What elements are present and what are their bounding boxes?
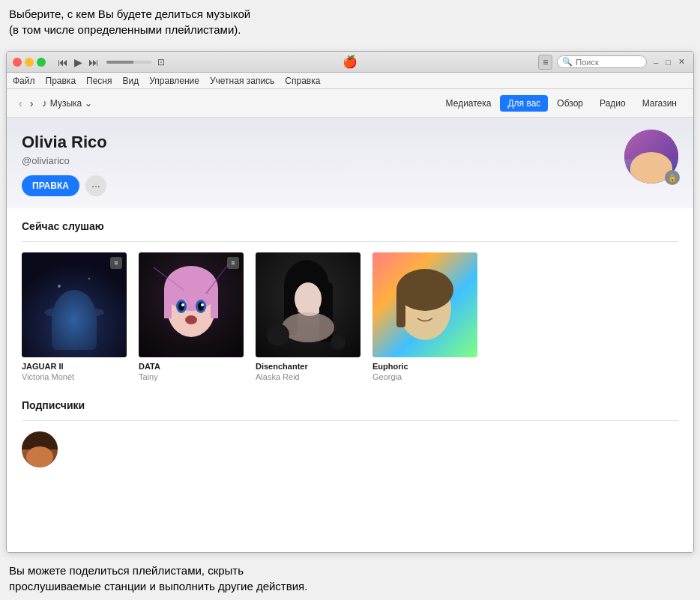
svg-point-27 [267,324,289,346]
airplay-button[interactable]: ⊡ [157,57,165,67]
tab-store[interactable]: Магазин [635,95,684,112]
svg-point-2 [59,315,89,348]
tab-radio[interactable]: Радио [592,95,633,112]
followers-section: Подписчики [22,399,678,467]
nav-tabs: Медиатека Для вас Обзор Радио Магазин [438,95,684,112]
tab-library[interactable]: Медиатека [438,95,499,112]
menu-account[interactable]: Учетная запись [210,76,274,86]
transport-controls: ⏮ ▶ ⏭ ⊡ [56,55,165,70]
menu-file[interactable]: Файл [13,76,35,86]
menu-help[interactable]: Справка [285,76,320,86]
profile-handle: @oliviarico [22,155,678,166]
album-title-2: DATA [139,362,244,371]
section-divider [22,241,678,242]
profile-name: Olivia Rico [22,133,678,152]
forward-button[interactable]: › [27,96,37,111]
svg-point-26 [282,312,334,342]
album-item-2[interactable]: ≡ DATA Tainy [139,252,244,381]
album-cover-euphoric [372,252,477,357]
svg-point-13 [178,302,184,311]
album-grid: ≡ JAGUAR II Victoria Monét [22,252,678,381]
album-cover-data: ≡ [139,252,244,357]
album-title-3: Disenchanter [256,362,360,371]
itunes-window: ⏮ ▶ ⏭ ⊡ 🍎 ≡ 🔍 – □ ✕ Файл Правка Песня [6,51,694,553]
followers-section-title: Подписчики [22,399,678,411]
volume-slider[interactable] [106,61,151,64]
content-area[interactable]: Сейчас слушаю [7,208,693,552]
followers-divider [22,420,678,421]
album-title-1: JAGUAR II [22,362,127,371]
window-controls [13,58,46,67]
svg-point-17 [185,315,197,324]
edit-button[interactable]: ПРАВКА [22,175,79,196]
listening-section: Сейчас слушаю [22,220,678,381]
back-button[interactable]: ‹ [16,96,25,111]
tab-browse[interactable]: Обзор [549,95,591,112]
avatar: 🔒 [624,130,678,184]
album-artist-3: Alaska Reid [256,372,360,381]
album-artist-4: Georgia [372,372,477,381]
more-button[interactable]: ··· [85,175,106,196]
win-minimize-button[interactable]: – [651,57,660,67]
album-item-3[interactable]: Disenchanter Alaska Reid [256,252,360,381]
album-item-1[interactable]: ≡ JAGUAR II Victoria Monét [22,252,127,381]
profile-section: Olivia Rico @oliviarico ПРАВКА ··· 🔒 [7,118,693,208]
library-dropdown-icon: ⌄ [85,98,92,109]
nav-bar: ‹ › ♪ Музыка ⌄ Медиатека Для вас Обзор Р… [7,89,693,118]
album-title-4: Euphoric [372,362,477,371]
album-artist-1: Victoria Monét [22,372,127,381]
svg-point-25 [295,282,322,315]
svg-point-4 [58,285,61,288]
menu-view[interactable]: Вид [123,76,139,86]
play-button[interactable]: ▶ [73,55,84,70]
search-box: 🔍 [557,55,647,68]
profile-actions: ПРАВКА ··· [22,175,678,196]
music-icon: ♪ [42,97,47,109]
fastforward-button[interactable]: ⏭ [87,55,100,70]
menu-edit[interactable]: Правка [46,76,76,86]
win-maximize-button[interactable]: □ [663,57,673,67]
top-instruction: Выберите, с кем Вы будете делиться музык… [9,6,250,37]
title-bar-left: ⏮ ▶ ⏭ ⊡ [13,55,165,70]
svg-point-16 [201,303,204,306]
close-window-button[interactable] [13,58,22,67]
svg-point-5 [88,278,91,280]
svg-rect-9 [164,288,172,318]
menu-song[interactable]: Песня [86,76,112,86]
svg-point-28 [331,335,346,350]
listening-section-title: Сейчас слушаю [22,220,678,232]
search-icon: 🔍 [562,57,573,67]
svg-point-3 [44,306,104,318]
album-cover-jaguar: ≡ [22,252,127,357]
nav-library[interactable]: ♪ Музыка ⌄ [42,97,92,109]
svg-rect-10 [211,288,218,318]
album-cover-disenchanter [256,252,360,357]
win-close-button[interactable]: ✕ [676,56,687,67]
follower-face [26,446,53,467]
bottom-instruction: Вы можете поделиться плейлистами, скрыть… [9,563,307,594]
maximize-window-button[interactable] [37,58,46,67]
minimize-window-button[interactable] [25,58,34,67]
lock-badge: 🔒 [665,170,680,185]
nav-arrows: ‹ › [16,96,36,111]
rewind-button[interactable]: ⏮ [56,55,70,70]
svg-point-14 [198,302,204,311]
search-input[interactable] [576,58,636,67]
album-badge-2: ≡ [227,257,239,269]
svg-point-15 [181,303,184,306]
follower-avatar-1[interactable] [22,431,58,467]
menu-controls[interactable]: Управление [149,76,199,86]
apple-logo: 🍎 [343,55,357,69]
tab-foryou[interactable]: Для вас [500,95,548,112]
menu-bar: Файл Правка Песня Вид Управление Учетная… [7,73,693,89]
album-badge-1: ≡ [110,257,122,269]
album-artist-2: Tainy [139,372,244,381]
library-label: Музыка [50,98,82,109]
list-view-button[interactable]: ≡ [538,55,552,70]
album-item-4[interactable]: Euphoric Georgia [372,252,477,381]
svg-point-1 [52,290,97,350]
svg-rect-32 [396,290,405,327]
win-buttons: – □ ✕ [651,56,687,67]
title-bar: ⏮ ▶ ⏭ ⊡ 🍎 ≡ 🔍 – □ ✕ [7,52,693,73]
title-bar-right: ≡ 🔍 – □ ✕ [538,55,687,70]
